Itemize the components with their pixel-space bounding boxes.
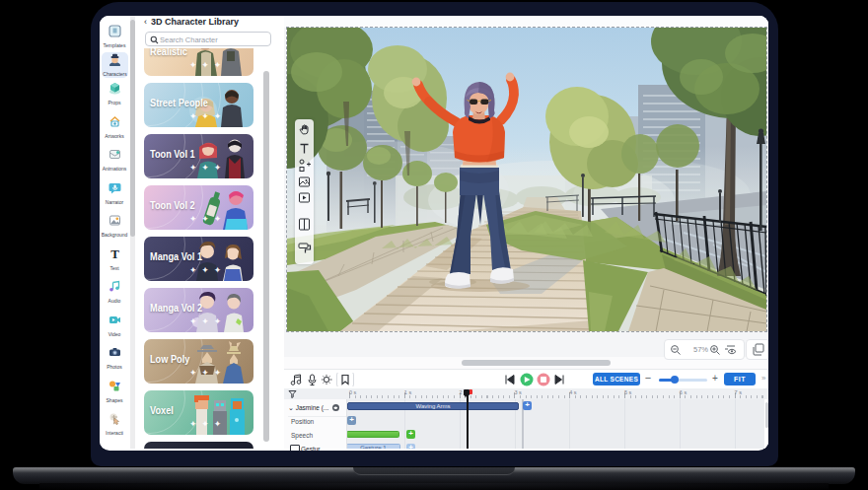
svg-text:T: T [110, 247, 119, 260]
svg-text:57%: 57% [693, 345, 708, 354]
